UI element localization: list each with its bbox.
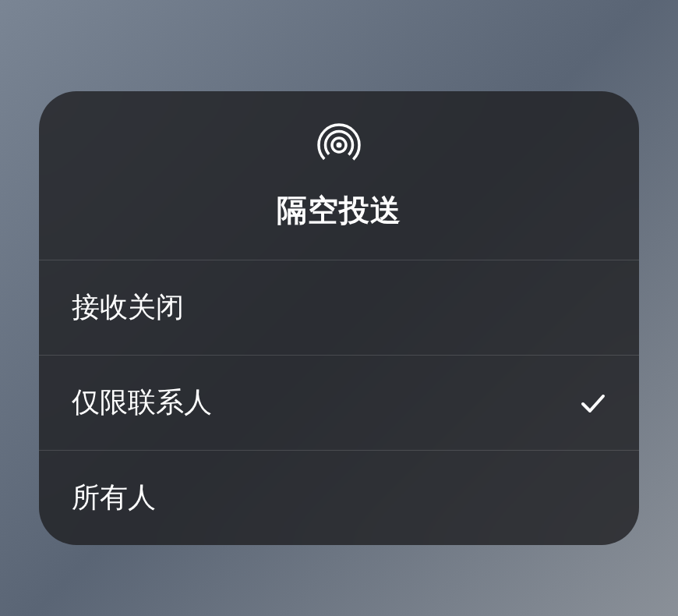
option-label: 仅限联系人	[72, 384, 212, 422]
panel-header: 隔空投送	[39, 91, 639, 260]
airdrop-panel: 隔空投送 接收关闭 仅限联系人 所有人	[39, 91, 639, 545]
option-label: 所有人	[72, 479, 156, 517]
option-list: 接收关闭 仅限联系人 所有人	[39, 260, 639, 545]
option-everyone[interactable]: 所有人	[39, 450, 639, 545]
panel-title: 隔空投送	[277, 189, 401, 232]
option-label: 接收关闭	[72, 289, 184, 327]
svg-point-3	[337, 143, 342, 148]
checkmark-icon	[580, 390, 606, 416]
option-receiving-off[interactable]: 接收关闭	[39, 260, 639, 355]
option-contacts-only[interactable]: 仅限联系人	[39, 355, 639, 450]
airdrop-icon	[316, 122, 362, 168]
